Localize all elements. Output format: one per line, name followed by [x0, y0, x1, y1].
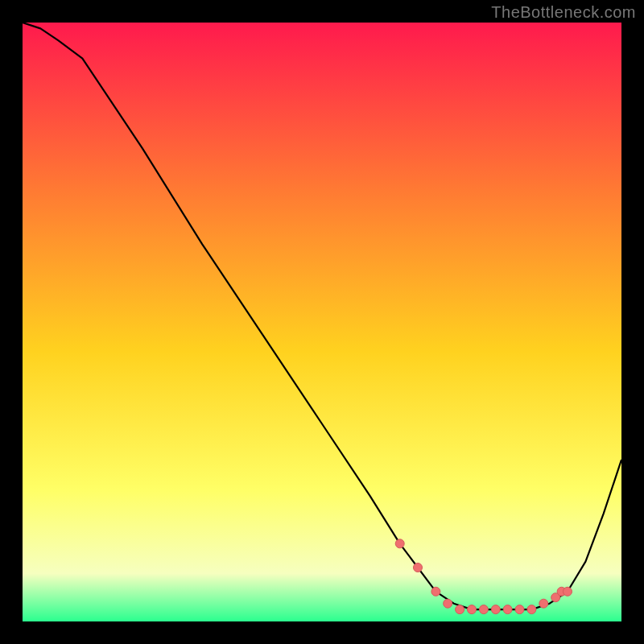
optimal-marker: [456, 605, 464, 614]
chart-frame: TheBottleneck.com: [0, 0, 644, 644]
optimal-marker: [564, 587, 572, 596]
optimal-marker: [395, 539, 404, 548]
optimal-marker: [515, 605, 524, 614]
optimal-marker: [414, 564, 423, 572]
optimal-marker: [479, 605, 488, 614]
optimal-marker: [444, 599, 452, 608]
optimal-marker: [539, 599, 548, 608]
optimal-marker: [491, 605, 500, 614]
watermark-text: TheBottleneck.com: [491, 3, 636, 22]
gradient-background: [23, 23, 621, 621]
optimal-marker: [503, 605, 512, 614]
optimal-marker: [527, 605, 536, 614]
optimal-marker: [431, 587, 440, 596]
bottleneck-chart: [23, 23, 621, 621]
optimal-marker: [468, 605, 477, 614]
